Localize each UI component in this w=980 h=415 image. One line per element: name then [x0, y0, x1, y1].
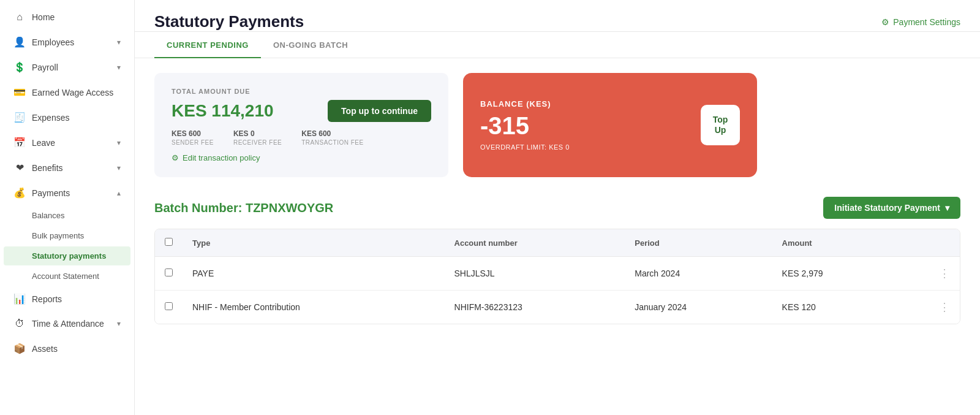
balance-amount: -315 [480, 112, 570, 140]
chevron-down-icon: ▾ [117, 319, 121, 328]
row-checkbox-cell [155, 291, 183, 324]
row-checkbox[interactable] [165, 268, 173, 276]
sidebar-item-label: Earned Wage Access [32, 88, 113, 97]
sidebar-item-account-statement[interactable]: Account Statement [4, 267, 130, 286]
top-bar: Statutory Payments ⚙ Payment Settings [135, 0, 980, 32]
sidebar-item-label: Home [32, 12, 55, 22]
sidebar: ⌂ Home 👤 Employees ▾ 💲 Payroll ▾ 💳 Earne… [0, 0, 135, 415]
sidebar-item-benefits[interactable]: ❤ Benefits ▾ [4, 156, 130, 180]
batch-label: Batch Number: [154, 201, 242, 215]
total-amount-label: TOTAL AMOUNT DUE [172, 88, 431, 95]
total-amount-row: KES 114,210 Top up to continue [172, 100, 431, 122]
balance-top-up-button[interactable]: TopUp [701, 105, 740, 145]
row-more-button[interactable]: ⋮ [897, 291, 960, 324]
col-account: Account number [445, 229, 625, 257]
sidebar-item-earned-wage[interactable]: 💳 Earned Wage Access [4, 80, 130, 104]
sidebar-item-label: Reports [32, 294, 62, 304]
earned-wage-icon: 💳 [13, 86, 26, 98]
sidebar-item-payments[interactable]: 💰 Payments ▴ [4, 181, 130, 205]
col-period: Period [625, 229, 772, 257]
page-title: Statutory Payments [154, 12, 304, 31]
sidebar-sub-label: Balances [32, 211, 64, 220]
sidebar-item-home[interactable]: ⌂ Home [4, 6, 130, 29]
fee-item-transaction: KES 600 TRANSACTION FEE [301, 129, 363, 146]
fee-label-receiver: RECEIVER FEE [233, 139, 282, 146]
cell-account: NHIFM-36223123 [445, 291, 625, 324]
sidebar-item-employees[interactable]: 👤 Employees ▾ [4, 30, 130, 54]
cell-period: January 2024 [625, 291, 772, 324]
balance-content: BALANCE (KES) -315 OVERDRAFT LIMIT: KES … [480, 99, 570, 151]
sidebar-item-label: Leave [32, 138, 55, 148]
edit-policy-label: Edit transaction policy [183, 153, 260, 162]
batch-header: Batch Number: TZPNXWOYGR Initiate Statut… [154, 197, 960, 219]
fee-item-receiver: KES 0 RECEIVER FEE [233, 129, 282, 146]
fee-value-sender: KES 600 [172, 129, 214, 138]
cell-period: March 2024 [625, 257, 772, 291]
sidebar-sub-label: Account Statement [32, 272, 99, 281]
home-icon: ⌂ [13, 12, 26, 23]
table-row: NHIF - Member Contribution NHIFM-3622312… [155, 291, 960, 324]
sidebar-item-reports[interactable]: 📊 Reports [4, 287, 130, 311]
sidebar-item-expenses[interactable]: 🧾 Expenses [4, 105, 130, 129]
tab-on-going-batch[interactable]: ON-GOING BATCH [261, 32, 360, 58]
payment-settings-link[interactable]: ⚙ Payment Settings [881, 17, 960, 27]
row-checkbox[interactable] [165, 302, 173, 310]
batch-number-value: TZPNXWOYGR [246, 201, 333, 215]
sidebar-item-leave[interactable]: 📅 Leave ▾ [4, 131, 130, 154]
sidebar-item-time-attendance[interactable]: ⏱ Time & Attendance ▾ [4, 312, 130, 335]
cell-account: SHLJLSJL [445, 257, 625, 291]
fee-label-transaction: TRANSACTION FEE [301, 139, 363, 146]
sidebar-item-label: Expenses [32, 113, 69, 123]
select-all-checkbox[interactable] [165, 238, 173, 246]
cell-amount: KES 120 [772, 291, 897, 324]
chevron-down-icon: ▾ [117, 38, 121, 47]
batch-number: Batch Number: TZPNXWOYGR [154, 201, 333, 215]
col-actions [897, 229, 960, 257]
top-up-box-label: TopUp [709, 115, 731, 135]
chevron-down-icon: ▾ [945, 203, 949, 213]
gear-icon-small: ⚙ [172, 153, 179, 162]
cell-amount: KES 2,979 [772, 257, 897, 291]
tab-current-pending[interactable]: CURRENT PENDING [154, 32, 261, 58]
sidebar-item-label: Benefits [32, 163, 63, 173]
row-more-button[interactable]: ⋮ [897, 257, 960, 291]
col-type: Type [183, 229, 445, 257]
initiate-btn-label: Initiate Statutory Payment [834, 203, 940, 213]
sidebar-item-label: Payments [32, 188, 70, 198]
initiate-statutory-payment-button[interactable]: Initiate Statutory Payment ▾ [823, 197, 960, 219]
row-checkbox-cell [155, 257, 183, 291]
payments-table: Type Account number Period Amount PAYE S… [154, 229, 960, 324]
sidebar-item-bulk-payments[interactable]: Bulk payments [4, 226, 130, 245]
fee-label-sender: SENDER FEE [172, 139, 214, 146]
cell-type: NHIF - Member Contribution [183, 291, 445, 324]
sidebar-item-label: Time & Attendance [32, 319, 104, 329]
tabs: CURRENT PENDING ON-GOING BATCH [135, 32, 980, 58]
sidebar-item-statutory-payments[interactable]: Statutory payments [4, 246, 130, 265]
chevron-down-icon: ▾ [117, 164, 121, 172]
balance-label: BALANCE (KES) [480, 99, 570, 109]
expenses-icon: 🧾 [13, 112, 26, 123]
assets-icon: 📦 [13, 343, 26, 354]
sidebar-item-payroll[interactable]: 💲 Payroll ▾ [4, 55, 130, 79]
select-all-header [155, 229, 183, 257]
edit-policy-link[interactable]: ⚙ Edit transaction policy [172, 153, 431, 162]
benefits-icon: ❤ [13, 162, 26, 173]
sidebar-sub-label: Bulk payments [32, 231, 84, 240]
sidebar-sub-label: Statutory payments [32, 251, 106, 261]
payment-settings-label: Payment Settings [893, 17, 960, 27]
overdraft-label: OVERDRAFT LIMIT: KES 0 [480, 143, 570, 151]
leave-icon: 📅 [13, 137, 26, 148]
main-content: Statutory Payments ⚙ Payment Settings CU… [135, 0, 980, 415]
gear-icon: ⚙ [881, 17, 889, 27]
chevron-down-icon: ▾ [117, 139, 121, 147]
table-header-row: Type Account number Period Amount [155, 229, 960, 257]
sidebar-item-assets[interactable]: 📦 Assets [4, 337, 130, 360]
sidebar-item-balances[interactable]: Balances [4, 206, 130, 225]
cell-type: PAYE [183, 257, 445, 291]
total-amount-card: TOTAL AMOUNT DUE KES 114,210 Top up to c… [154, 73, 448, 177]
fee-value-transaction: KES 600 [301, 129, 363, 138]
balance-card: BALANCE (KES) -315 OVERDRAFT LIMIT: KES … [463, 73, 757, 177]
col-amount: Amount [772, 229, 897, 257]
top-up-button[interactable]: Top up to continue [328, 100, 431, 122]
sidebar-item-label: Payroll [32, 63, 58, 72]
